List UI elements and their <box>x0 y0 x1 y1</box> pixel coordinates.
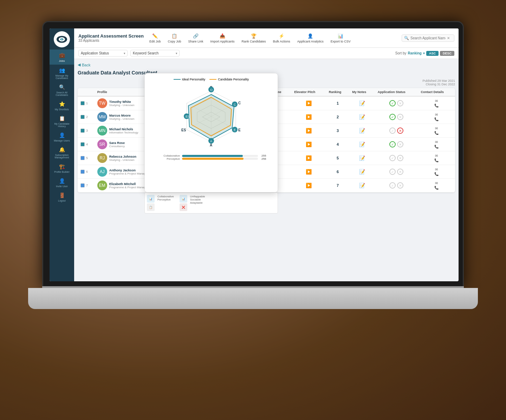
ranking-value: 5 <box>337 156 339 160</box>
candidate-detail: Studying - Unknown <box>109 104 135 107</box>
back-button[interactable]: ◀ Back <box>78 63 455 67</box>
status-actions: ✓ ✕ <box>378 100 415 106</box>
candidate-name: Marcus Moore <box>109 114 135 117</box>
status-x[interactable]: ✕ <box>397 127 403 134</box>
bar-value-1: 255256 <box>260 154 271 160</box>
clear-search-icon[interactable]: ✕ <box>447 36 450 40</box>
notes-icon[interactable]: 📝 <box>359 128 365 133</box>
rank-icon: 🏆 <box>251 33 257 39</box>
row-checkbox[interactable] <box>80 101 85 105</box>
progress-row-1: CollaborativePerceptive <box>152 154 271 160</box>
status-check[interactable]: ✓ <box>389 155 396 161</box>
status-x[interactable]: ✕ <box>397 155 403 161</box>
notes-cell: 📝 <box>349 138 375 151</box>
row-checkbox[interactable] <box>80 115 85 119</box>
notes-icon[interactable]: 📝 <box>359 100 365 106</box>
phone-icon[interactable]: 📞 <box>434 145 439 149</box>
email-icon[interactable]: ✉ <box>435 140 438 144</box>
applicant-analytics-button[interactable]: 👤 Applicant Analytics <box>294 31 326 45</box>
phone-icon[interactable]: 📞 <box>434 158 439 162</box>
phone-icon[interactable]: 📞 <box>434 104 439 107</box>
play-icon[interactable]: ▶️ <box>306 155 312 161</box>
sidebar-item-logout[interactable]: 🚪 Logout <box>50 190 74 204</box>
sidebar-item-jobs[interactable]: 💼 Jobs <box>50 50 74 65</box>
bulk-actions-button[interactable]: ⚡ Bulk Actions <box>270 31 293 45</box>
ranking-cell: 7 <box>326 179 350 192</box>
play-icon[interactable]: ▶️ <box>306 183 312 188</box>
notes-icon[interactable]: 📝 <box>359 183 365 188</box>
search-input[interactable] <box>410 36 446 40</box>
email-icon[interactable]: ✉ <box>435 154 438 158</box>
row-checkbox[interactable] <box>80 170 85 174</box>
candidate-detail: Information Technology <box>109 131 138 134</box>
sidebar-item-invite[interactable]: 👤 Invite User <box>50 175 74 190</box>
row-num-cell: 5 <box>78 151 95 165</box>
email-icon[interactable]: ✉ <box>435 126 438 130</box>
sort-desc-badge[interactable]: DESC <box>440 51 454 56</box>
notes-icon[interactable]: 📝 <box>359 155 365 161</box>
share-link-button[interactable]: 🔗 Share Link <box>186 31 206 45</box>
search-candidates-icon: 🔍 <box>58 84 65 91</box>
play-icon[interactable]: ▶️ <box>306 100 312 106</box>
application-status-wrapper: Application Status <box>78 50 128 57</box>
sidebar-item-manage-users[interactable]: 👤 Manage Users <box>50 130 74 144</box>
sidebar-item-subscription[interactable]: 🔔 Subscription Management <box>50 144 74 161</box>
notes-icon[interactable]: 📝 <box>359 114 365 120</box>
status-check[interactable]: ✓ <box>389 114 396 120</box>
ranking-cell: 1 <box>326 96 350 110</box>
ranking-cell: 2 <box>326 110 350 124</box>
sidebar-item-manage-candidates[interactable]: 👥 Manage My Candidates <box>50 65 74 81</box>
sidebar-item-profile-builder[interactable]: 🏗️ Profile Builder <box>50 161 74 175</box>
application-status-select[interactable]: Application Status <box>78 50 128 57</box>
status-x[interactable]: ✕ <box>397 114 403 120</box>
play-icon[interactable]: ▶️ <box>306 169 312 175</box>
shortlists-icon: ⭐ <box>58 100 65 107</box>
email-icon[interactable]: ✉ <box>435 99 438 103</box>
status-check[interactable]: ✓ <box>389 141 396 147</box>
status-x[interactable]: ✕ <box>397 141 403 147</box>
status-x[interactable]: ✕ <box>397 182 403 189</box>
import-applicants-button[interactable]: 📥 Import Applicants <box>208 31 238 45</box>
status-x[interactable]: ✕ <box>397 100 403 106</box>
sidebar-item-search-candidates[interactable]: 🔍 Search All Candidates <box>50 81 74 98</box>
keyword-search-select[interactable]: Keyword Search <box>130 50 180 57</box>
phone-icon[interactable]: 📞 <box>434 172 439 176</box>
email-icon[interactable]: ✉ <box>435 181 438 185</box>
laptop-screen: 💼 Jobs 👥 Manage My Candidates 🔍 Search A… <box>50 28 459 281</box>
email-icon[interactable]: ✉ <box>435 113 438 117</box>
profile-builder-icon: 🏗️ <box>58 163 65 170</box>
play-icon[interactable]: ▶️ <box>306 142 312 147</box>
status-check[interactable]: ✓ <box>389 127 396 134</box>
status-x[interactable]: ✕ <box>397 169 403 175</box>
sort-asc-badge[interactable]: ASC <box>426 51 439 56</box>
edit-job-button[interactable]: ✏️ Edit Job <box>147 31 164 45</box>
play-icon[interactable]: ▶️ <box>306 128 312 133</box>
export-csv-button[interactable]: 📊 Export to CSV <box>328 31 353 45</box>
status-actions: ✓ ✕ <box>378 141 415 147</box>
search-box[interactable]: 🔍 ✕ <box>402 34 454 42</box>
candidate-name: Timothy White <box>109 100 135 104</box>
candidate-line <box>209 79 216 80</box>
status-check[interactable]: ✓ <box>389 169 396 175</box>
phone-icon[interactable]: 📞 <box>434 117 439 121</box>
manage-candidates-icon: 👥 <box>58 67 65 74</box>
notes-icon[interactable]: 📝 <box>359 142 365 147</box>
rank-candidates-button[interactable]: 🏆 Rank Candidates <box>239 31 269 45</box>
email-icon[interactable]: ✉ <box>435 168 438 171</box>
play-icon[interactable]: ▶️ <box>306 114 312 120</box>
sidebar-item-history[interactable]: 📋 My Candidate History <box>50 113 74 130</box>
sidebar-item-shortlists[interactable]: ⭐ My Shortlists <box>50 98 74 113</box>
copy-job-button[interactable]: 📋 Copy Job <box>165 31 184 45</box>
notes-cell: 📝 <box>349 124 375 138</box>
status-check[interactable]: ✓ <box>389 182 396 189</box>
phone-icon[interactable]: 📞 <box>434 186 439 190</box>
row-checkbox[interactable] <box>80 156 85 160</box>
invite-icon: 👤 <box>58 177 65 184</box>
row-checkbox[interactable] <box>80 142 85 146</box>
notes-icon[interactable]: 📝 <box>359 169 365 175</box>
personality-overlay: Ideal Personality Candidate Personality <box>144 73 278 192</box>
status-check[interactable]: ✓ <box>389 100 396 106</box>
row-checkbox[interactable] <box>80 183 85 188</box>
phone-icon[interactable]: 📞 <box>434 131 439 135</box>
row-checkbox[interactable] <box>80 129 85 133</box>
